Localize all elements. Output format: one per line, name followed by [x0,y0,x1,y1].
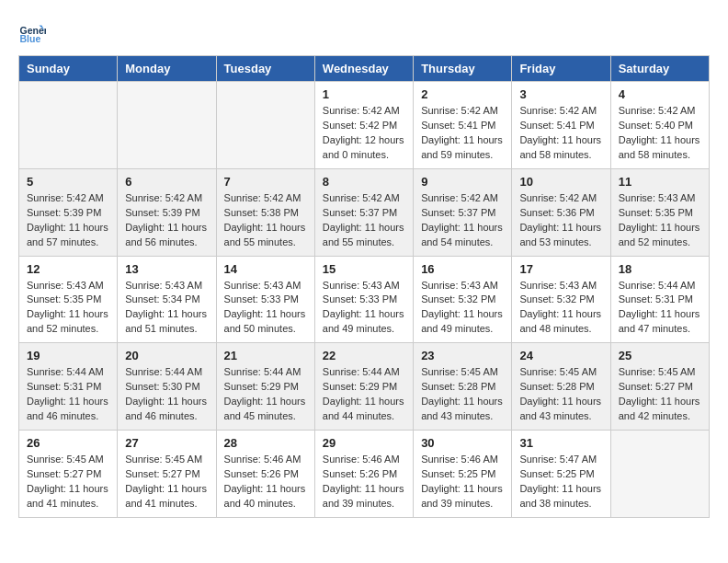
weekday-header: Tuesday [216,56,314,82]
day-number: 7 [224,175,307,189]
weekday-header: Sunday [19,56,118,82]
calendar-day-cell: 7Sunrise: 5:42 AM Sunset: 5:38 PM Daylig… [216,168,314,256]
calendar-day-cell: 22Sunrise: 5:44 AM Sunset: 5:29 PM Dayli… [314,343,413,431]
calendar-day-cell: 25Sunrise: 5:45 AM Sunset: 5:27 PM Dayli… [610,343,709,431]
calendar-week-row: 19Sunrise: 5:44 AM Sunset: 5:31 PM Dayli… [19,343,710,431]
day-number: 9 [421,175,504,189]
calendar-day-cell: 18Sunrise: 5:44 AM Sunset: 5:31 PM Dayli… [610,256,709,343]
calendar-day-cell [118,82,216,169]
calendar-day-cell: 5Sunrise: 5:42 AM Sunset: 5:39 PM Daylig… [19,168,118,256]
calendar-day-cell: 13Sunrise: 5:43 AM Sunset: 5:34 PM Dayli… [118,256,216,343]
calendar-day-cell: 8Sunrise: 5:42 AM Sunset: 5:37 PM Daylig… [314,168,413,256]
day-info: Sunrise: 5:43 AM Sunset: 5:32 PM Dayligh… [519,279,602,338]
calendar-day-cell: 6Sunrise: 5:42 AM Sunset: 5:39 PM Daylig… [118,168,216,256]
calendar-day-cell: 4Sunrise: 5:42 AM Sunset: 5:40 PM Daylig… [610,82,709,169]
day-info: Sunrise: 5:45 AM Sunset: 5:28 PM Dayligh… [421,365,504,424]
calendar-day-cell: 1Sunrise: 5:42 AM Sunset: 5:42 PM Daylig… [314,82,413,169]
day-number: 11 [619,175,701,189]
day-number: 19 [27,349,109,362]
day-info: Sunrise: 5:46 AM Sunset: 5:26 PM Dayligh… [323,453,405,511]
day-info: Sunrise: 5:42 AM Sunset: 5:42 PM Dayligh… [323,104,405,163]
day-number: 22 [323,349,405,362]
weekday-header: Monday [118,56,216,82]
calendar-day-cell: 24Sunrise: 5:45 AM Sunset: 5:28 PM Dayli… [512,343,610,431]
day-info: Sunrise: 5:42 AM Sunset: 5:37 PM Dayligh… [323,191,405,250]
calendar-day-cell: 14Sunrise: 5:43 AM Sunset: 5:33 PM Dayli… [216,256,314,343]
day-info: Sunrise: 5:43 AM Sunset: 5:33 PM Dayligh… [224,279,307,338]
calendar-day-cell: 12Sunrise: 5:43 AM Sunset: 5:35 PM Dayli… [19,256,118,343]
day-number: 3 [519,87,602,101]
calendar-day-cell: 15Sunrise: 5:43 AM Sunset: 5:33 PM Dayli… [314,256,413,343]
day-number: 23 [421,349,504,362]
calendar-day-cell: 9Sunrise: 5:42 AM Sunset: 5:37 PM Daylig… [414,168,512,256]
calendar-table: SundayMondayTuesdayWednesdayThursdayFrid… [18,55,710,518]
day-info: Sunrise: 5:44 AM Sunset: 5:29 PM Dayligh… [323,365,405,424]
day-number: 24 [519,349,602,362]
day-number: 20 [125,349,208,362]
day-info: Sunrise: 5:44 AM Sunset: 5:29 PM Dayligh… [224,365,307,424]
calendar-header-row: SundayMondayTuesdayWednesdayThursdayFrid… [19,56,710,82]
calendar-day-cell: 20Sunrise: 5:44 AM Sunset: 5:30 PM Dayli… [118,343,216,431]
day-info: Sunrise: 5:43 AM Sunset: 5:35 PM Dayligh… [27,279,109,338]
day-info: Sunrise: 5:42 AM Sunset: 5:41 PM Dayligh… [421,104,504,163]
day-info: Sunrise: 5:42 AM Sunset: 5:38 PM Dayligh… [224,191,307,250]
day-info: Sunrise: 5:42 AM Sunset: 5:39 PM Dayligh… [27,191,109,250]
day-info: Sunrise: 5:43 AM Sunset: 5:34 PM Dayligh… [125,279,208,338]
calendar-day-cell: 28Sunrise: 5:46 AM Sunset: 5:26 PM Dayli… [216,431,314,518]
calendar-day-cell [610,431,709,518]
day-number: 5 [27,175,109,189]
calendar-day-cell: 31Sunrise: 5:47 AM Sunset: 5:25 PM Dayli… [512,431,610,518]
calendar-day-cell [216,82,314,169]
day-info: Sunrise: 5:46 AM Sunset: 5:25 PM Dayligh… [421,453,504,511]
calendar-day-cell: 19Sunrise: 5:44 AM Sunset: 5:31 PM Dayli… [19,343,118,431]
calendar-week-row: 5Sunrise: 5:42 AM Sunset: 5:39 PM Daylig… [19,168,710,256]
day-number: 4 [619,87,701,101]
day-number: 21 [224,349,307,362]
day-info: Sunrise: 5:43 AM Sunset: 5:35 PM Dayligh… [619,191,701,250]
day-info: Sunrise: 5:45 AM Sunset: 5:28 PM Dayligh… [519,365,602,424]
calendar-day-cell: 2Sunrise: 5:42 AM Sunset: 5:41 PM Daylig… [414,82,512,169]
calendar-day-cell: 26Sunrise: 5:45 AM Sunset: 5:27 PM Dayli… [19,431,118,518]
day-info: Sunrise: 5:46 AM Sunset: 5:26 PM Dayligh… [224,453,307,511]
calendar-day-cell: 10Sunrise: 5:42 AM Sunset: 5:36 PM Dayli… [512,168,610,256]
calendar-week-row: 1Sunrise: 5:42 AM Sunset: 5:42 PM Daylig… [19,82,710,169]
day-number: 28 [224,436,307,450]
calendar-day-cell: 16Sunrise: 5:43 AM Sunset: 5:32 PM Dayli… [414,256,512,343]
day-number: 2 [421,87,504,101]
day-number: 13 [125,262,208,276]
calendar-day-cell: 3Sunrise: 5:42 AM Sunset: 5:41 PM Daylig… [512,82,610,169]
calendar-week-row: 12Sunrise: 5:43 AM Sunset: 5:35 PM Dayli… [19,256,710,343]
logo-icon: General Blue [18,18,46,46]
day-info: Sunrise: 5:42 AM Sunset: 5:40 PM Dayligh… [619,104,701,163]
day-number: 12 [27,262,109,276]
page-header: General Blue [18,18,710,46]
day-number: 29 [323,436,405,450]
day-info: Sunrise: 5:45 AM Sunset: 5:27 PM Dayligh… [619,365,701,424]
calendar-day-cell: 27Sunrise: 5:45 AM Sunset: 5:27 PM Dayli… [118,431,216,518]
day-number: 31 [519,436,602,450]
day-number: 27 [125,436,208,450]
calendar-day-cell: 23Sunrise: 5:45 AM Sunset: 5:28 PM Dayli… [414,343,512,431]
day-info: Sunrise: 5:42 AM Sunset: 5:39 PM Dayligh… [125,191,208,250]
day-number: 26 [27,436,109,450]
day-info: Sunrise: 5:43 AM Sunset: 5:32 PM Dayligh… [421,279,504,338]
day-info: Sunrise: 5:44 AM Sunset: 5:30 PM Dayligh… [125,365,208,424]
logo: General Blue [18,18,50,46]
calendar-day-cell: 29Sunrise: 5:46 AM Sunset: 5:26 PM Dayli… [314,431,413,518]
day-info: Sunrise: 5:43 AM Sunset: 5:33 PM Dayligh… [323,279,405,338]
day-number: 10 [519,175,602,189]
day-number: 8 [323,175,405,189]
day-info: Sunrise: 5:47 AM Sunset: 5:25 PM Dayligh… [519,453,602,511]
day-number: 16 [421,262,504,276]
weekday-header: Saturday [610,56,709,82]
calendar-week-row: 26Sunrise: 5:45 AM Sunset: 5:27 PM Dayli… [19,431,710,518]
day-info: Sunrise: 5:44 AM Sunset: 5:31 PM Dayligh… [619,279,701,338]
day-info: Sunrise: 5:42 AM Sunset: 5:36 PM Dayligh… [519,191,602,250]
day-number: 15 [323,262,405,276]
weekday-header: Thursday [414,56,512,82]
day-number: 1 [323,87,405,101]
calendar-day-cell: 21Sunrise: 5:44 AM Sunset: 5:29 PM Dayli… [216,343,314,431]
day-number: 17 [519,262,602,276]
svg-text:Blue: Blue [20,33,41,44]
weekday-header: Wednesday [314,56,413,82]
